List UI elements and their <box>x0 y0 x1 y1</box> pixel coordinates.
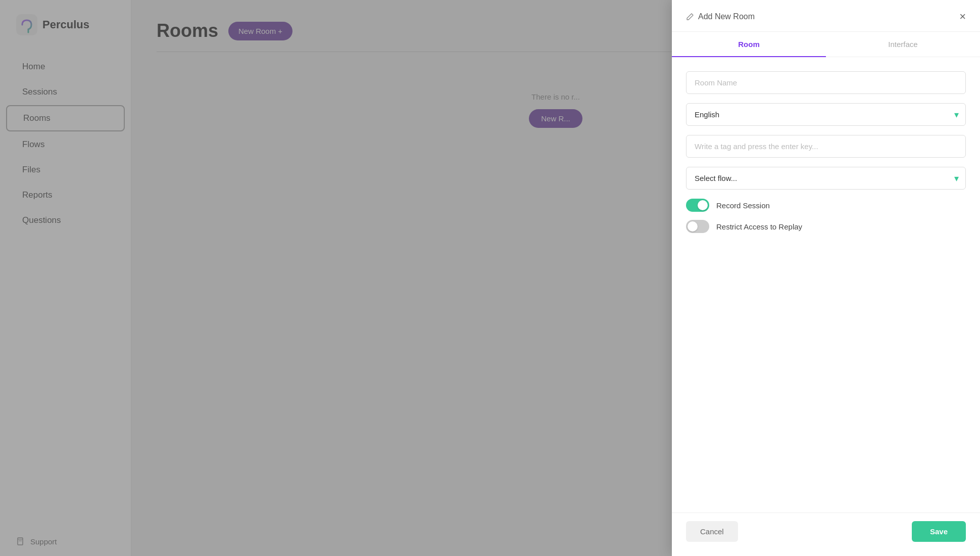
tag-field <box>686 135 966 158</box>
room-name-field <box>686 71 966 94</box>
tag-input[interactable] <box>686 135 966 158</box>
language-select[interactable]: English Turkish Spanish French German <box>686 103 966 126</box>
record-session-toggle[interactable] <box>686 199 709 212</box>
flow-field: Select flow... ▾ <box>686 167 966 190</box>
record-session-toggle-row: Record Session <box>686 199 966 212</box>
cancel-button[interactable]: Cancel <box>686 521 738 542</box>
restrict-access-label: Restrict Access to Replay <box>716 222 802 231</box>
modal-title: Add New Room <box>686 12 755 21</box>
save-button[interactable]: Save <box>912 521 966 542</box>
record-session-label: Record Session <box>716 201 770 210</box>
tab-interface[interactable]: Interface <box>826 32 980 57</box>
room-name-input[interactable] <box>686 71 966 94</box>
flow-select[interactable]: Select flow... <box>686 167 966 190</box>
restrict-access-toggle[interactable] <box>686 220 709 233</box>
add-room-modal: Add New Room × Room Interface English Tu… <box>672 0 980 556</box>
modal-tabs: Room Interface <box>672 32 980 57</box>
modal-close-button[interactable]: × <box>959 11 966 22</box>
modal-header: Add New Room × <box>672 0 980 32</box>
modal-title-text: Add New Room <box>698 12 755 21</box>
modal-footer: Cancel Save <box>672 513 980 556</box>
pencil-icon <box>686 13 694 21</box>
modal-body: English Turkish Spanish French German ▾ … <box>672 57 980 513</box>
tab-room[interactable]: Room <box>672 32 826 57</box>
language-field: English Turkish Spanish French German ▾ <box>686 103 966 126</box>
restrict-access-toggle-row: Restrict Access to Replay <box>686 220 966 233</box>
